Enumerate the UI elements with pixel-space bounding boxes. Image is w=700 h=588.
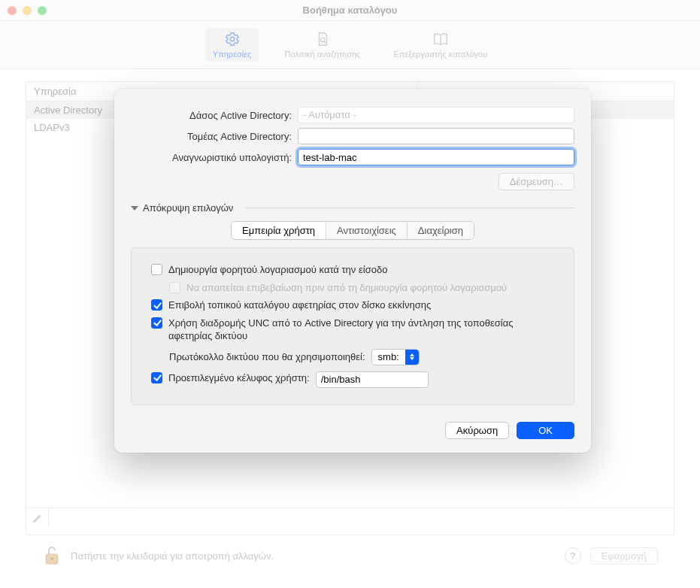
svg-point-3	[50, 557, 53, 559]
option-label: Να απαιτείται επιβεβαίωση πριν από τη δη…	[186, 281, 507, 295]
gear-icon	[224, 31, 241, 47]
option-require-confirmation: Να απαιτείται επιβεβαίωση πριν από τη δη…	[169, 281, 559, 295]
checkbox-require-confirmation	[169, 282, 180, 293]
tab-administrative[interactable]: Διαχείριση	[408, 222, 474, 239]
checkbox-use-unc-path[interactable]	[151, 317, 162, 329]
protocol-label: Πρωτόκολλο δικτύου που θα χρησιμοποιηθεί…	[169, 350, 365, 364]
form-row-computer-id: Αναγνωριστικό υπολογιστή:	[131, 149, 574, 165]
disclosure-label: Απόκρυψη επιλογών	[143, 202, 233, 214]
network-protocol-row: Πρωτόκολλο δικτύου που θα χρησιμοποιηθεί…	[169, 349, 559, 365]
shell-path-input[interactable]	[316, 371, 429, 388]
edit-button[interactable]	[26, 508, 49, 527]
active-directory-sheet: Δάσος Active Directory: - Αυτόματα - Τομ…	[114, 89, 591, 453]
table-footer	[26, 508, 674, 527]
form-row-domain: Τομέας Active Directory:	[131, 128, 574, 144]
apply-button[interactable]: Εφαρμογή	[590, 547, 658, 565]
cell-service: Active Directory	[26, 102, 110, 119]
window-title: Βοήθημα καταλόγου	[0, 5, 700, 16]
titlebar: Βοήθημα καταλόγου	[0, 0, 700, 21]
option-label: Δημιουργία φορητού λογαριασμού κατά την …	[168, 263, 387, 277]
protocol-value: smb:	[378, 351, 399, 362]
lock-open-icon[interactable]	[42, 544, 62, 567]
svg-point-0	[230, 37, 235, 41]
tab-search-policy[interactable]: Πολιτική αναζήτησης	[277, 28, 368, 62]
help-button[interactable]: ?	[565, 547, 581, 564]
tab-label: Επεξεργαστής καταλόγου	[393, 50, 487, 59]
tab-label: Υπηρεσίες	[213, 50, 252, 59]
cell-service: LDAPv3	[26, 119, 77, 136]
user-experience-panel: Δημιουργία φορητού λογαριασμού κατά την …	[131, 247, 574, 405]
form-row-forest: Δάσος Active Directory: - Αυτόματα -	[131, 107, 574, 123]
option-mobile-account[interactable]: Δημιουργία φορητού λογαριασμού κατά την …	[151, 263, 559, 277]
divider	[245, 208, 574, 208]
option-force-local-home[interactable]: Επιβολή τοπικού καταλόγου αφετηρίας στον…	[151, 299, 559, 312]
tab-user-experience[interactable]: Εμπειρία χρήστη	[232, 222, 326, 239]
options-tabs: Εμπειρία χρήστη Αντιστοιχίσεις Διαχείρισ…	[131, 221, 574, 240]
forest-label: Δάσος Active Directory:	[131, 110, 298, 121]
updown-icon	[405, 350, 419, 365]
option-use-unc-path[interactable]: Χρήση διαδρομής UNC από το Active Direct…	[151, 317, 559, 343]
option-label: Χρήση διαδρομής UNC από το Active Direct…	[168, 317, 559, 343]
checkbox-mobile-account[interactable]	[151, 264, 162, 275]
tab-mappings[interactable]: Αντιστοιχίσεις	[326, 222, 408, 239]
option-default-shell[interactable]: Προεπιλεγμένο κέλυφος χρήστη:	[151, 371, 559, 388]
domain-input[interactable]	[298, 128, 574, 144]
cancel-button[interactable]: Ακύρωση	[445, 422, 509, 439]
tab-label: Πολιτική αναζήτησης	[284, 50, 360, 59]
pencil-icon	[32, 513, 43, 523]
book-icon	[432, 31, 449, 47]
hide-options-disclosure[interactable]: Απόκρυψη επιλογών	[131, 202, 574, 214]
tab-services[interactable]: Υπηρεσίες	[205, 28, 259, 62]
forest-input[interactable]: - Αυτόματα -	[298, 107, 574, 123]
document-search-icon	[314, 31, 331, 47]
option-label: Προεπιλεγμένο κέλυφος χρήστη:	[168, 371, 310, 385]
tab-directory-editor[interactable]: Επεξεργαστής καταλόγου	[386, 28, 495, 62]
protocol-select[interactable]: smb:	[371, 349, 420, 365]
bottom-bar: Πατήστε την κλειδαριά για αποτροπή αλλαγ…	[26, 535, 674, 576]
bind-button[interactable]: Δέσμευση…	[498, 173, 574, 190]
computer-id-input[interactable]	[298, 149, 574, 165]
chevron-down-icon	[131, 206, 138, 211]
toolbar: Υπηρεσίες Πολιτική αναζήτησης Επεξεργαστ…	[0, 21, 700, 69]
domain-label: Τομέας Active Directory:	[131, 131, 298, 142]
computer-id-label: Αναγνωριστικό υπολογιστή:	[131, 152, 298, 163]
sheet-footer: Ακύρωση OK	[131, 422, 574, 439]
lock-text: Πατήστε την κλειδαριά για αποτροπή αλλαγ…	[71, 550, 556, 562]
ok-button[interactable]: OK	[517, 422, 574, 439]
checkbox-force-local-home[interactable]	[151, 299, 162, 311]
checkbox-default-shell[interactable]	[151, 372, 162, 383]
option-label: Επιβολή τοπικού καταλόγου αφετηρίας στον…	[168, 299, 431, 312]
